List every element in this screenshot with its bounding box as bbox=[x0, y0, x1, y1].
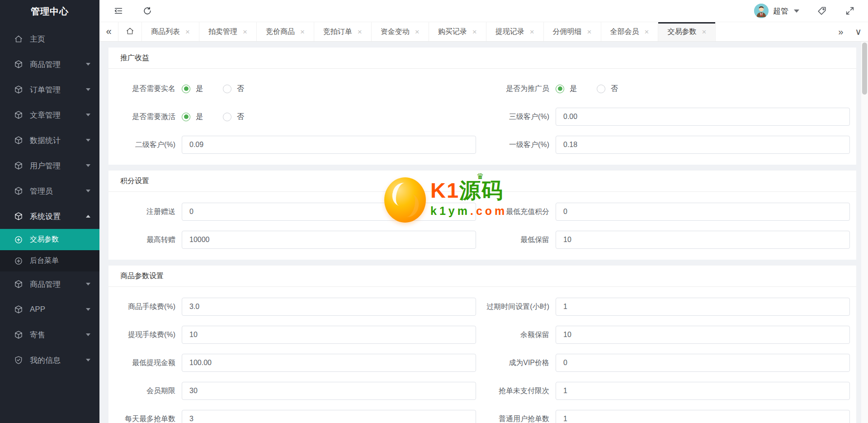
home-icon bbox=[126, 27, 134, 37]
close-icon[interactable]: × bbox=[472, 28, 477, 36]
input-min-recharge-points[interactable] bbox=[556, 203, 850, 221]
input-balance-reserve[interactable] bbox=[556, 326, 850, 344]
tab-label: 全部会员 bbox=[610, 27, 639, 37]
sidebar-item-goods-manage-2[interactable]: 商品管理 bbox=[0, 271, 99, 297]
sidebar-item-label: 文章管理 bbox=[30, 110, 61, 120]
radio-option[interactable]: 是 bbox=[556, 84, 577, 94]
tab-commission-detail[interactable]: 分佣明细 × bbox=[544, 22, 601, 41]
input-max-transfer[interactable] bbox=[182, 231, 476, 249]
tab-funds-change[interactable]: 资金变动 × bbox=[372, 22, 429, 41]
close-icon[interactable]: × bbox=[415, 28, 420, 36]
sidebar-item-order-manage[interactable]: 订单管理 bbox=[0, 77, 99, 102]
sidebar-item-user-manage[interactable]: 用户管理 bbox=[0, 153, 99, 178]
field-label: 是否需要激活 bbox=[108, 108, 182, 126]
input-member-period[interactable] bbox=[182, 382, 476, 400]
cube-icon bbox=[14, 330, 24, 340]
tab-home[interactable] bbox=[118, 22, 142, 41]
tabs-dropdown-button[interactable]: ∨ bbox=[855, 27, 862, 36]
radio-option[interactable]: 否 bbox=[223, 84, 244, 94]
close-icon[interactable]: × bbox=[530, 28, 534, 36]
tabs-scroll-right-button[interactable]: » bbox=[838, 27, 843, 36]
tab-label: 购买记录 bbox=[438, 27, 467, 37]
sidebar-item-app[interactable]: APP bbox=[0, 297, 99, 322]
close-icon[interactable]: × bbox=[587, 28, 592, 36]
close-icon[interactable]: × bbox=[300, 28, 305, 36]
input-register-gift[interactable] bbox=[182, 203, 476, 221]
input-expire-hours[interactable] bbox=[556, 298, 850, 316]
input-unpaid-grab-limit[interactable] bbox=[556, 382, 850, 400]
topbar-left bbox=[113, 5, 153, 16]
input-vip-price[interactable] bbox=[556, 354, 850, 372]
field-label: 成为VIP价格 bbox=[482, 354, 556, 372]
tabs-scroll-left-button[interactable]: « bbox=[99, 22, 118, 41]
fullscreen-icon[interactable] bbox=[844, 5, 855, 16]
radio-group: 是 否 bbox=[182, 112, 244, 122]
tab-auction-orders[interactable]: 竞拍订单 × bbox=[314, 22, 372, 41]
sidebar-item-home[interactable]: 主页 bbox=[0, 26, 99, 52]
sidebar-item-trade-params[interactable]: 交易参数 bbox=[0, 229, 99, 250]
sidebar-item-system-settings[interactable]: 系统设置 bbox=[0, 204, 99, 229]
tab-goods-list[interactable]: 商品列表 × bbox=[142, 22, 199, 41]
sidebar-item-label: 系统设置 bbox=[30, 211, 61, 222]
chevron-down-icon bbox=[86, 139, 90, 142]
sidebar-item-admin[interactable]: 管理员 bbox=[0, 178, 99, 204]
radio-option[interactable]: 否 bbox=[597, 84, 618, 94]
input-level3-customer[interactable] bbox=[556, 108, 850, 126]
close-icon[interactable]: × bbox=[702, 28, 706, 36]
sidebar-item-label: 商品管理 bbox=[30, 279, 61, 290]
form-grid: 商品手续费(%) 过期时间设置(小时) 提现手续费(%) 余额保留 bbox=[108, 298, 856, 423]
tab-all-members[interactable]: 全部会员 × bbox=[601, 22, 659, 41]
tab-bid-goods[interactable]: 竞价商品 × bbox=[257, 22, 314, 41]
tab-auction-manage[interactable]: 拍卖管理 × bbox=[199, 22, 257, 41]
tab-trade-params[interactable]: 交易参数 × bbox=[658, 22, 716, 41]
sidebar-item-article-manage[interactable]: 文章管理 bbox=[0, 102, 99, 128]
chevron-down-icon bbox=[86, 63, 90, 66]
tabbar: « 商品列表 × 拍卖管理 × 竞价商品 × 竞拍订单 × 资金变动 × bbox=[99, 22, 868, 42]
input-withdraw-fee[interactable] bbox=[182, 326, 476, 344]
sidebar-item-consign[interactable]: 寄售 bbox=[0, 322, 99, 347]
sidebar-item-label: 交易参数 bbox=[30, 235, 59, 244]
field-label: 普通用户抢单数 bbox=[482, 410, 556, 423]
section-title: 商品参数设置 bbox=[108, 266, 856, 287]
tab-label: 拍卖管理 bbox=[208, 27, 237, 37]
input-normal-user-grab[interactable] bbox=[556, 410, 850, 423]
field-label: 三级客户(%) bbox=[482, 108, 556, 126]
topbar-right: 超管 bbox=[754, 4, 855, 18]
sidebar-item-label: 主页 bbox=[30, 34, 45, 44]
radio-option[interactable]: 否 bbox=[223, 112, 244, 122]
sidebar-item-my-info[interactable]: 我的信息 bbox=[0, 347, 99, 373]
section-title: 推广收益 bbox=[108, 48, 856, 69]
field-label: 最低保留 bbox=[482, 231, 556, 249]
sidebar-item-backend-menu[interactable]: 后台菜单 bbox=[0, 250, 99, 271]
tab-withdraw-records[interactable]: 提现记录 × bbox=[486, 22, 544, 41]
tag-icon[interactable] bbox=[816, 5, 827, 16]
collapse-menu-icon[interactable] bbox=[113, 5, 124, 16]
close-icon[interactable]: × bbox=[185, 28, 190, 36]
tab-purchase-records[interactable]: 购买记录 × bbox=[429, 22, 486, 41]
scrollbar-thumb[interactable] bbox=[862, 43, 867, 95]
close-icon[interactable]: × bbox=[645, 28, 649, 36]
radio-option[interactable]: 是 bbox=[182, 84, 203, 94]
user-menu[interactable]: 超管 bbox=[754, 4, 799, 18]
input-min-reserve[interactable] bbox=[556, 231, 850, 249]
input-daily-grab-max[interactable] bbox=[182, 410, 476, 423]
refresh-icon[interactable] bbox=[142, 5, 153, 16]
sidebar-item-label: 用户管理 bbox=[30, 161, 61, 171]
close-icon[interactable]: × bbox=[358, 28, 362, 36]
sidebar-item-data-stats[interactable]: 数据统计 bbox=[0, 128, 99, 153]
input-min-withdraw[interactable] bbox=[182, 354, 476, 372]
field-label: 注册赠送 bbox=[108, 203, 182, 221]
sidebar-item-label: 管理员 bbox=[30, 186, 53, 196]
form-row-withdraw-fee: 提现手续费(%) bbox=[108, 326, 482, 344]
input-level2-customer[interactable] bbox=[182, 136, 476, 154]
sidebar-item-goods-manage[interactable]: 商品管理 bbox=[0, 52, 99, 77]
input-goods-fee[interactable] bbox=[182, 298, 476, 316]
form-row-min-reserve: 最低保留 bbox=[482, 231, 856, 249]
input-level1-customer[interactable] bbox=[556, 136, 850, 154]
chevron-down-icon bbox=[86, 164, 90, 167]
sidebar-item-label: 我的信息 bbox=[30, 355, 61, 366]
close-icon[interactable]: × bbox=[243, 28, 247, 36]
sidebar: 管理中心 主页 商品管理 订单管理 文章管理 数据统计 用户管理 bbox=[0, 0, 99, 423]
radio-option[interactable]: 是 bbox=[182, 112, 203, 122]
cube-icon bbox=[14, 59, 24, 69]
